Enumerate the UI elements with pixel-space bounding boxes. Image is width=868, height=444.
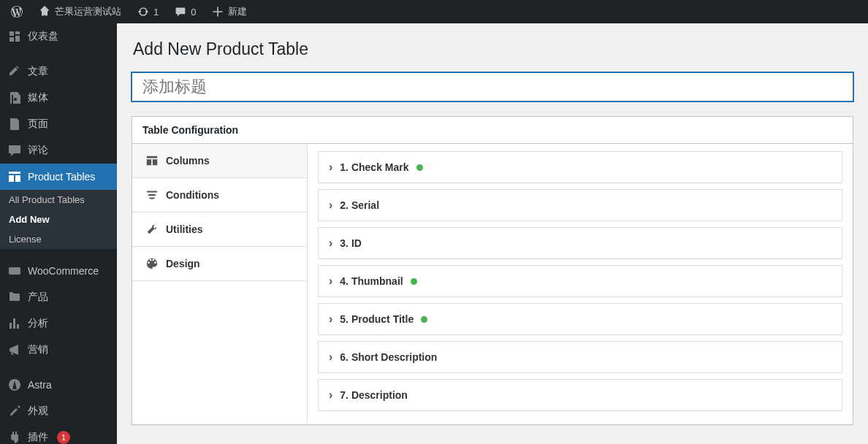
- menu-plugins[interactable]: 插件1: [0, 424, 117, 444]
- comments-link[interactable]: 0: [170, 0, 201, 23]
- chevron-right-icon: ›: [329, 161, 332, 174]
- updates-count: 1: [153, 7, 159, 18]
- menu-astra[interactable]: Astra: [0, 372, 117, 398]
- tab-design[interactable]: Design: [132, 247, 307, 281]
- active-dot-icon: [416, 164, 423, 171]
- column-row[interactable]: ›3. ID: [318, 227, 842, 259]
- column-row[interactable]: ›5. Product Title: [318, 303, 842, 335]
- column-label: 7. Description: [340, 389, 408, 401]
- svg-rect-0: [9, 267, 20, 275]
- column-row[interactable]: ›7. Description: [318, 379, 842, 411]
- menu-woocommerce[interactable]: WooCommerce: [0, 258, 117, 284]
- chevron-right-icon: ›: [329, 275, 332, 288]
- active-dot-icon: [421, 316, 427, 323]
- column-label: 4. Thumbnail: [340, 275, 403, 287]
- new-label: 新建: [228, 5, 247, 18]
- column-label: 2. Serial: [340, 199, 379, 211]
- chevron-right-icon: ›: [329, 351, 332, 364]
- config-tabs: Columns Conditions Utilities Design: [132, 144, 308, 424]
- column-row[interactable]: ›2. Serial: [318, 189, 842, 221]
- menu-product-tables[interactable]: Product Tables: [0, 164, 117, 190]
- chevron-right-icon: ›: [329, 237, 332, 250]
- panel-heading: Table Configuration: [132, 117, 853, 144]
- content-area: Add New Product Table Table Configuratio…: [117, 23, 868, 444]
- title-input[interactable]: [132, 72, 853, 102]
- submenu-add-new[interactable]: Add New: [0, 210, 117, 229]
- column-label: 6. Short Description: [340, 351, 437, 363]
- column-row[interactable]: ›4. Thumbnail: [318, 265, 842, 297]
- table-configuration-panel: Table Configuration Columns Conditions U…: [132, 116, 853, 425]
- tab-utilities[interactable]: Utilities: [132, 213, 307, 247]
- column-label: 3. ID: [340, 237, 362, 249]
- column-row[interactable]: ›1. Check Mark: [318, 151, 842, 183]
- chevron-right-icon: ›: [329, 199, 332, 212]
- submenu-license[interactable]: License: [0, 229, 117, 249]
- tab-columns[interactable]: Columns: [132, 144, 307, 178]
- updates-link[interactable]: 1: [132, 0, 164, 23]
- active-dot-icon: [411, 278, 417, 285]
- menu-products[interactable]: 产品: [0, 284, 117, 310]
- admin-sidebar: 仪表盘 文章 媒体 页面 评论 Product Tables All Produ…: [0, 23, 117, 444]
- site-name: 芒果运营测试站: [55, 5, 121, 18]
- menu-dashboard[interactable]: 仪表盘: [0, 23, 117, 50]
- menu-marketing[interactable]: 营销: [0, 337, 117, 363]
- tab-conditions[interactable]: Conditions: [132, 178, 307, 213]
- menu-pages[interactable]: 页面: [0, 111, 117, 137]
- new-link[interactable]: 新建: [207, 0, 252, 23]
- column-label: 1. Check Mark: [340, 161, 408, 173]
- chevron-right-icon: ›: [329, 313, 332, 326]
- menu-analytics[interactable]: 分析: [0, 310, 117, 337]
- comments-count: 0: [191, 7, 196, 18]
- chevron-right-icon: ›: [329, 388, 332, 402]
- columns-list: ›1. Check Mark›2. Serial›3. ID›4. Thumbn…: [308, 144, 853, 424]
- menu-media[interactable]: 媒体: [0, 85, 117, 111]
- menu-comments[interactable]: 评论: [0, 137, 117, 164]
- submenu-all-product-tables[interactable]: All Product Tables: [0, 190, 117, 210]
- wp-logo[interactable]: [6, 0, 28, 23]
- submenu-product-tables: All Product Tables Add New License: [0, 190, 117, 249]
- site-link[interactable]: 芒果运营测试站: [34, 0, 126, 23]
- column-label: 5. Product Title: [340, 313, 414, 325]
- menu-appearance[interactable]: 外观: [0, 398, 117, 424]
- admin-bar: 芒果运营测试站 1 0 新建: [0, 0, 868, 23]
- column-row[interactable]: ›6. Short Description: [318, 341, 842, 373]
- plugins-badge: 1: [57, 431, 70, 444]
- page-title: Add New Product Table: [133, 39, 853, 59]
- menu-posts[interactable]: 文章: [0, 58, 117, 85]
